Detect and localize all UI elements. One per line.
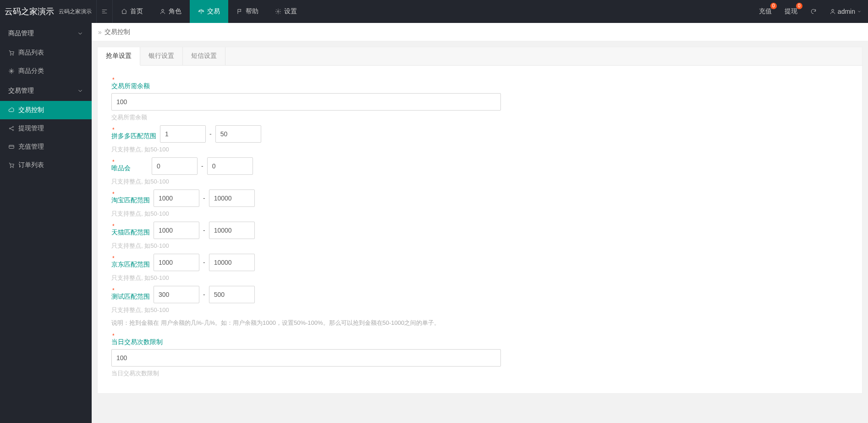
topnav-settings[interactable]: 设置 [267, 0, 305, 23]
input-daily-limit[interactable] [111, 349, 501, 367]
input-range-max[interactable] [209, 286, 255, 303]
tab-sms-setting[interactable]: 短信设置 [183, 47, 225, 65]
topbar-recharge[interactable]: 充值 0 [753, 0, 778, 23]
item-label: 充值管理 [18, 143, 44, 151]
tab-bank-setting[interactable]: 银行设置 [140, 47, 183, 65]
hint-range: 只支持整点, 如50-100 [111, 274, 848, 282]
topbar-withdraw[interactable]: 提现 0 [778, 0, 804, 23]
input-range-max[interactable] [209, 254, 255, 271]
form: * 交易所需余额 交易所需余额 *拼多多匹配范围-只支持整点, 如50-100*… [98, 66, 862, 393]
svg-point-20 [13, 167, 14, 168]
label-range: 拼多多匹配范围 [111, 132, 156, 140]
refresh-icon [810, 8, 817, 15]
topnav-trade[interactable]: 交易 [190, 0, 228, 23]
withdraw-label: 提现 [785, 7, 797, 16]
sidebar-item-product-list[interactable]: 商品列表 [0, 44, 92, 62]
label-range: 唯品会 [111, 164, 148, 173]
required-star: * [111, 78, 848, 82]
input-range-max[interactable] [207, 157, 253, 175]
required-star: * [111, 128, 156, 132]
input-range-max[interactable] [209, 222, 255, 239]
range-separator: - [201, 162, 203, 170]
breadcrumb-sep-icon: » [98, 28, 102, 36]
topnav-home[interactable]: 首页 [113, 0, 151, 23]
chevron-down-icon [857, 8, 862, 15]
tab-order-setting[interactable]: 抢单设置 [98, 47, 140, 66]
sidebar-group-trade[interactable]: 交易管理 [0, 80, 92, 101]
input-balance[interactable] [111, 93, 501, 111]
topbar: 云码之家演示 云码之家演示 首页 角色 交易 帮助 设置 充值 [0, 0, 868, 23]
sidebar-item-order-list[interactable]: 订单列表 [0, 156, 92, 174]
gear-icon [275, 8, 281, 15]
hint-range: 只支持整点, 如50-100 [111, 145, 848, 154]
item-label: 商品分类 [18, 67, 44, 75]
required-star: * [111, 256, 150, 261]
tabs: 抢单设置 银行设置 短信设置 [98, 47, 862, 66]
input-range-min[interactable] [160, 125, 206, 143]
row-range: *测试匹配范围-只支持整点, 如50-100 [111, 286, 848, 314]
card-icon [8, 144, 15, 150]
chevron-down-icon [77, 30, 83, 37]
topnav-help[interactable]: 帮助 [228, 0, 267, 23]
scale-icon [198, 8, 204, 15]
topbar-user[interactable]: admin [823, 0, 868, 23]
topnav-label: 角色 [169, 7, 181, 16]
required-star: * [111, 192, 150, 196]
cloud-icon [8, 107, 15, 113]
input-range-min[interactable] [152, 157, 198, 175]
item-label: 商品列表 [18, 49, 44, 57]
sidebar-item-product-category[interactable]: 商品分类 [0, 62, 92, 80]
flag-icon [236, 8, 243, 15]
label-balance: 交易所需余额 [111, 82, 848, 90]
input-range-max[interactable] [215, 125, 261, 143]
range-separator: - [209, 130, 212, 138]
row-range: *淘宝匹配范围-只支持整点, 如50-100 [111, 189, 848, 218]
sidebar-item-withdraw-manage[interactable]: 提现管理 [0, 119, 92, 138]
main-content: » 交易控制 抢单设置 银行设置 短信设置 * 交易所需余额 交易所需余额 [92, 23, 868, 423]
home-icon [121, 8, 127, 15]
topnav-label: 首页 [130, 7, 143, 16]
topbar-refresh[interactable] [804, 0, 823, 23]
required-star: * [111, 334, 848, 338]
svg-line-15 [11, 127, 13, 128]
topnav-label: 帮助 [246, 7, 258, 16]
svg-point-14 [12, 129, 13, 130]
hint-range: 只支持整点, 如50-100 [111, 306, 848, 314]
row-balance: * 交易所需余额 交易所需余额 [111, 78, 848, 122]
snowflake-icon [8, 68, 15, 74]
input-range-max[interactable] [209, 189, 255, 207]
sidebar-group-products[interactable]: 商品管理 [0, 23, 92, 44]
svg-point-12 [9, 128, 10, 129]
user-icon [159, 8, 166, 15]
user-label: admin [838, 8, 855, 15]
input-range-min[interactable] [154, 254, 199, 271]
cart-icon [8, 50, 15, 56]
cart2-icon [8, 162, 15, 168]
sidebar-toggle[interactable] [96, 0, 113, 23]
input-range-min[interactable] [154, 286, 199, 303]
input-range-min[interactable] [154, 222, 199, 239]
group-label: 交易管理 [8, 87, 34, 95]
topnav-label: 交易 [207, 7, 220, 16]
range-separator: - [203, 227, 205, 234]
recharge-label: 充值 [759, 7, 772, 16]
panel: 抢单设置 银行设置 短信设置 * 交易所需余额 交易所需余额 *拼多多匹配范围-… [97, 47, 863, 394]
svg-point-3 [162, 9, 164, 11]
hint-range: 只支持整点, 如50-100 [111, 242, 848, 250]
row-range: *唯品会-只支持整点, 如50-100 [111, 157, 848, 186]
range-separator: - [203, 291, 205, 298]
input-range-min[interactable] [154, 189, 199, 207]
sidebar-item-trade-control[interactable]: 交易控制 [0, 101, 92, 119]
sidebar-item-recharge-manage[interactable]: 充值管理 [0, 138, 92, 156]
label-range: 天猫匹配范围 [111, 228, 150, 237]
svg-point-19 [10, 167, 11, 168]
row-range: *天猫匹配范围-只支持整点, 如50-100 [111, 222, 848, 250]
svg-point-4 [277, 11, 279, 12]
svg-line-16 [11, 129, 13, 130]
sidebar: 商品管理 商品列表 商品分类 交易管理 交易控制 提现管理 充值管理 [0, 23, 92, 423]
required-star: * [111, 160, 148, 164]
label-range: 淘宝匹配范围 [111, 196, 150, 205]
hint-range: 只支持整点, 如50-100 [111, 178, 848, 186]
svg-point-13 [12, 126, 13, 127]
topnav-role[interactable]: 角色 [151, 0, 190, 23]
